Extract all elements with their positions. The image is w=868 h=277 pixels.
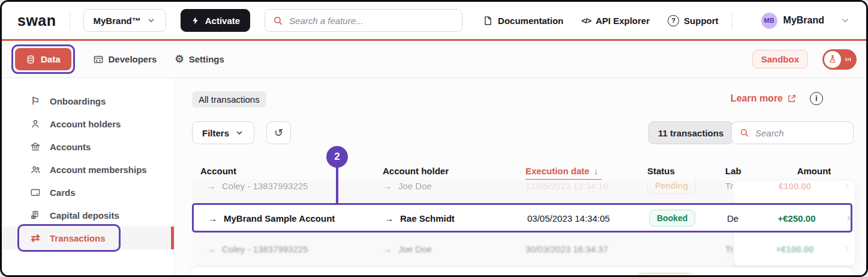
cell-label: Tr [725,243,734,254]
sidebar-label: Transactions [50,233,106,243]
live-signal-icon [842,53,854,65]
sidebar-item-onboardings[interactable]: ⚐ Onboardings [2,90,174,112]
app-window: swan MyBrand™ Activate D [0,0,868,277]
arrow-right-icon: → [385,213,394,223]
top-bar: swan MyBrand™ Activate D [2,2,866,39]
flask-icon [824,51,841,68]
code-icon: </> [581,16,591,25]
chevron-right-icon [842,244,852,254]
table-row[interactable] [192,267,852,277]
top-links: Documentation </> API Explorer ? Support [483,15,719,26]
bank-icon [29,141,41,152]
divider [732,11,732,29]
sidebar-label: Account memberships [50,165,147,175]
main-content: All transactions Learn more i Filters ↺ … [175,79,866,275]
annotation-line [336,166,338,205]
refresh-button[interactable]: ↺ [266,121,291,144]
capital-deposit-icon [29,210,41,221]
tab-settings[interactable]: ⚙ Settings [175,53,224,65]
cell-execution-date: 30/03/2023 16:34:37 [525,243,608,254]
table-row[interactable]: → Coley - 13837993225 → Joe Doe 30/03/20… [192,234,852,263]
tab-data-label: Data [41,54,61,64]
cell-holder: Joe Doe [398,181,432,191]
filters-label: Filters [202,128,229,138]
tab-developers[interactable]: Developers [93,54,157,65]
filters-button[interactable]: Filters [192,121,254,144]
status-badge-partial [637,273,693,277]
activate-label: Activate [205,16,240,26]
documentation-link[interactable]: Documentation [483,16,563,26]
external-link-icon [787,94,797,103]
execution-date-label: Execution date [525,166,590,176]
cell-account: Coley - 13837993225 [222,243,308,254]
sidebar-item-transactions[interactable]: ⇄ Transactions [2,227,174,249]
sidebar-item-accounts[interactable]: Accounts [2,135,174,158]
col-header-account: Account [200,166,236,176]
cell-execution-date: 03/05/2023 14:34:05 [527,213,610,223]
table-row[interactable]: → Coley - 13837993225 → Joe Doe 13/05/20… [192,180,852,202]
cell-execution-date: 13/05/2023 13:34:10 [525,181,608,191]
nav-bar: Data Developers ⚙ Settings Sandbox [2,41,866,78]
swan-logo: swan [17,12,56,29]
arrow-right-icon: → [206,181,215,191]
support-label: Support [684,16,719,26]
nav-right: Sandbox [752,49,857,70]
feature-search[interactable] [265,9,462,32]
table-search[interactable]: ✕ [731,121,854,144]
sidebar-label: Cards [50,187,76,198]
sidebar-item-account-memberships[interactable]: Account memberships [2,158,174,181]
lightning-icon [191,16,200,25]
transfer-icon: ⇄ [29,231,41,245]
learn-more-link[interactable]: Learn more [731,93,797,104]
col-header-label: Label [725,166,741,176]
arrow-right-icon: → [383,243,392,254]
col-header-status: Status [647,166,675,176]
document-icon [483,16,493,26]
sidebar-label: Account holders [50,119,121,129]
project-selector[interactable]: MyBrand™ [83,9,166,32]
arrow-right-icon: → [206,243,215,254]
feature-search-input[interactable] [289,16,454,26]
table-row-selected[interactable]: → MyBrand Sample Account → Rae Schmidt 0… [192,203,852,233]
annotation-step-2: 2 [326,146,348,168]
card-icon [29,187,41,198]
table-search-input[interactable] [755,128,868,138]
environment-toggle[interactable] [822,49,857,70]
sandbox-badge: Sandbox [752,50,808,68]
chevron-right-icon [842,181,852,190]
cell-account: Coley - 13837993225 [222,181,308,191]
chevron-down-icon [840,15,851,26]
account-menu[interactable]: MB MyBrand [761,13,851,29]
sidebar-item-cards[interactable]: Cards [2,181,174,204]
status-badge: Booked [649,210,695,227]
activate-button[interactable]: Activate [181,9,250,32]
sidebar: ⚐ Onboardings Account holders Accounts A… [2,79,175,275]
search-icon [740,128,749,138]
avatar: MB [761,13,777,29]
sidebar-item-capital-deposits[interactable]: Capital deposits [2,204,174,227]
cell-amount: €100.00 [756,181,834,191]
info-icon[interactable]: i [810,92,823,105]
people-icon [29,164,41,175]
data-tab-highlight: Data [11,44,75,74]
cell-account: MyBrand Sample Account [224,213,335,223]
project-selector-label: MyBrand™ [94,16,141,26]
col-header-execution-date[interactable]: Execution date ↓ [525,166,598,176]
cell-label: Tr [725,181,734,191]
col-header-holder: Account holder [383,166,449,176]
help-icon: ? [668,15,679,26]
support-link[interactable]: ? Support [668,15,719,26]
sidebar-label: Capital deposits [50,210,119,221]
person-icon [29,118,41,129]
sort-desc-icon: ↓ [594,166,599,176]
flag-icon: ⚐ [29,95,41,108]
tab-developers-label: Developers [109,54,157,64]
api-explorer-link[interactable]: </> API Explorer [581,16,650,26]
tab-data[interactable]: Data [15,48,71,70]
chevron-down-icon [146,16,156,25]
chevron-right-icon [844,213,854,223]
sidebar-label: Onboardings [50,96,106,106]
learn-more-label: Learn more [731,93,783,104]
sidebar-item-account-holders[interactable]: Account holders [2,112,174,135]
tab-all-transactions[interactable]: All transactions [192,91,266,108]
